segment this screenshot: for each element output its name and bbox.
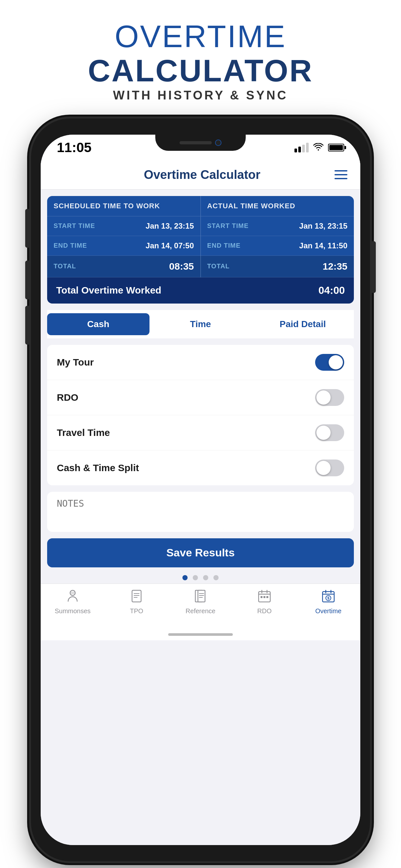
actual-header: ACTUAL TIME WORKED xyxy=(201,196,354,216)
toggle-row-cash-time-split: Cash & Time Split xyxy=(47,451,354,485)
actual-total-label: TOTAL xyxy=(207,262,230,270)
tab-cash[interactable]: Cash xyxy=(47,313,150,335)
toggle-travel-time[interactable] xyxy=(315,424,344,441)
scheduled-start-field[interactable]: START TIME Jan 13, 23:15 xyxy=(47,216,201,236)
svg-rect-1 xyxy=(71,592,74,594)
tab-rdo-label: RDO xyxy=(257,608,272,615)
toggle-knob xyxy=(329,355,343,369)
nav-title: Overtime Calculator xyxy=(144,168,260,182)
scheduled-start-value: Jan 13, 23:15 xyxy=(146,221,194,230)
svg-rect-16 xyxy=(264,596,266,598)
page-dot-2 xyxy=(193,575,198,580)
home-indicator xyxy=(41,629,360,640)
status-icons xyxy=(295,142,344,153)
actual-end-field[interactable]: END TIME Jan 14, 11:50 xyxy=(201,236,354,256)
actual-end-label: END TIME xyxy=(207,242,241,249)
calc-data-rows: START TIME Jan 13, 23:15 END TIME Jan 14… xyxy=(47,216,354,277)
overtime-value: 04:00 xyxy=(318,284,345,297)
tab-tpo[interactable]: TPO xyxy=(104,589,168,615)
title-bold: CALCULATOR xyxy=(88,53,313,88)
notes-input[interactable] xyxy=(57,498,344,524)
scheduled-total-value: 08:35 xyxy=(169,261,194,272)
toggles-section: My Tour RDO Travel Time xyxy=(47,345,354,485)
calc-headers: SCHEDULED TIME TO WORK ACTUAL TIME WORKE… xyxy=(47,196,354,216)
app-title-area: OVERTIME CALCULATOR WITH HISTORY & SYNC xyxy=(0,20,401,102)
tab-reference[interactable]: Reference xyxy=(168,589,233,615)
app-title-line1: OVERTIME CALCULATOR xyxy=(0,20,401,88)
scheduled-end-value: Jan 14, 07:50 xyxy=(146,241,194,250)
tab-tpo-label: TPO xyxy=(130,608,143,615)
toggle-cash-time-split-label: Cash & Time Split xyxy=(57,462,139,473)
tab-time[interactable]: Time xyxy=(150,313,252,335)
tab-summonses[interactable]: Summonses xyxy=(41,589,104,615)
overtime-label: Total Overtime Worked xyxy=(56,285,161,296)
title-regular: OVERTIME xyxy=(115,19,286,54)
scheduled-end-field[interactable]: END TIME Jan 14, 07:50 xyxy=(47,236,201,256)
actual-start-value: Jan 13, 23:15 xyxy=(299,221,347,230)
tpo-icon xyxy=(129,589,144,606)
home-indicator-bar xyxy=(168,633,233,636)
scheduled-col: START TIME Jan 13, 23:15 END TIME Jan 14… xyxy=(47,216,201,277)
app-content: Overtime Calculator SCHEDULED TIME TO WO… xyxy=(41,160,360,845)
actual-col: START TIME Jan 13, 23:15 END TIME Jan 14… xyxy=(201,216,354,277)
screen: 11:05 xyxy=(41,135,360,845)
notch xyxy=(155,135,246,151)
toggle-my-tour-label: My Tour xyxy=(57,357,94,368)
wifi-icon xyxy=(313,142,323,153)
scheduled-total-label: TOTAL xyxy=(54,262,76,270)
tab-overtime[interactable]: $ Overtime xyxy=(297,589,360,615)
actual-total-value: 12:35 xyxy=(322,261,347,272)
tab-reference-label: Reference xyxy=(186,608,215,615)
bottom-tab-bar: Summonses TPO xyxy=(41,584,360,629)
overtime-icon: $ xyxy=(321,589,335,606)
actual-start-field[interactable]: START TIME Jan 13, 23:15 xyxy=(201,216,354,236)
svg-rect-15 xyxy=(260,596,263,598)
scheduled-start-label: START TIME xyxy=(54,222,95,229)
summonses-icon xyxy=(66,589,80,606)
notes-area xyxy=(47,492,354,532)
tab-rdo[interactable]: RDO xyxy=(233,589,297,615)
page-dots xyxy=(41,567,360,584)
toggle-row-rdo: RDO xyxy=(47,380,354,415)
svg-rect-2 xyxy=(132,590,141,602)
phone-frame: 11:05 xyxy=(31,119,370,861)
toggle-rdo[interactable] xyxy=(315,389,344,406)
tab-overtime-label: Overtime xyxy=(315,608,341,615)
tabs-bar: Cash Time Paid Detail xyxy=(47,310,354,338)
calculator-card: SCHEDULED TIME TO WORK ACTUAL TIME WORKE… xyxy=(47,196,354,304)
signal-bars-icon xyxy=(295,143,309,152)
svg-rect-7 xyxy=(198,590,205,602)
speaker xyxy=(180,141,212,144)
svg-rect-17 xyxy=(266,596,268,598)
toggle-my-tour[interactable] xyxy=(315,354,344,371)
toggle-knob xyxy=(316,461,331,475)
toggle-rdo-label: RDO xyxy=(57,392,79,403)
main-content: SCHEDULED TIME TO WORK ACTUAL TIME WORKE… xyxy=(41,190,360,845)
hamburger-menu-icon[interactable] xyxy=(335,170,347,179)
scheduled-end-label: END TIME xyxy=(54,242,87,249)
toggle-knob xyxy=(316,391,331,405)
page-dot-4 xyxy=(213,575,219,580)
page-dot-3 xyxy=(203,575,208,580)
overtime-total-bar: Total Overtime Worked 04:00 xyxy=(47,277,354,304)
nav-bar: Overtime Calculator xyxy=(41,160,360,190)
rdo-icon xyxy=(257,589,272,606)
tab-paid-detail[interactable]: Paid Detail xyxy=(251,313,354,335)
toggle-row-my-tour: My Tour xyxy=(47,345,354,380)
camera xyxy=(215,140,221,146)
tab-summonses-label: Summonses xyxy=(55,608,90,615)
scheduled-total-field: TOTAL 08:35 xyxy=(47,256,201,277)
toggle-knob xyxy=(316,426,331,440)
actual-end-value: Jan 14, 11:50 xyxy=(299,241,347,250)
scheduled-header: SCHEDULED TIME TO WORK xyxy=(47,196,201,216)
status-time: 11:05 xyxy=(57,140,91,155)
actual-start-label: START TIME xyxy=(207,222,249,229)
save-results-button[interactable]: Save Results xyxy=(47,538,354,567)
page-dot-1 xyxy=(182,575,188,580)
actual-total-field: TOTAL 12:35 xyxy=(201,256,354,277)
reference-icon xyxy=(193,589,208,606)
app-subtitle: WITH HISTORY & SYNC xyxy=(0,89,401,102)
toggle-cash-time-split[interactable] xyxy=(315,460,344,476)
toggle-row-travel-time: Travel Time xyxy=(47,415,354,451)
toggle-travel-time-label: Travel Time xyxy=(57,427,110,438)
